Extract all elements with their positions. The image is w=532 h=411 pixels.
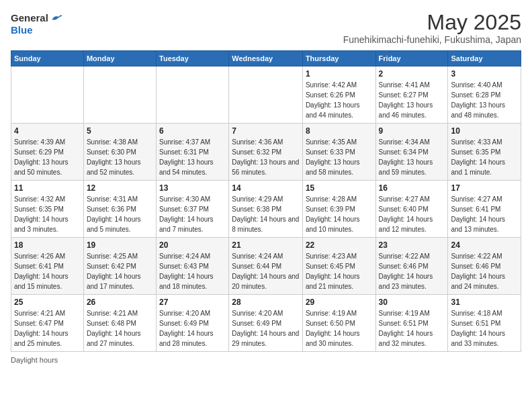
weekday-header-friday: Friday: [375, 51, 448, 66]
day-number: 25: [14, 298, 81, 307]
calendar-cell: 27Sunrise: 4:20 AM Sunset: 6:49 PM Dayli…: [157, 295, 229, 352]
logo-bird-icon: [50, 11, 63, 24]
calendar-week-row: 4Sunrise: 4:39 AM Sunset: 6:29 PM Daylig…: [11, 124, 521, 181]
day-number: 17: [451, 183, 518, 193]
day-info: Sunrise: 4:22 AM Sunset: 6:46 PM Dayligh…: [379, 251, 445, 291]
daylight-hours-label: Daylight hours: [11, 356, 58, 364]
calendar-cell: 10Sunrise: 4:33 AM Sunset: 6:35 PM Dayli…: [448, 124, 521, 181]
calendar-cell: 25Sunrise: 4:21 AM Sunset: 6:47 PM Dayli…: [11, 295, 84, 352]
day-info: Sunrise: 4:21 AM Sunset: 6:47 PM Dayligh…: [14, 308, 81, 349]
calendar-cell: 4Sunrise: 4:39 AM Sunset: 6:29 PM Daylig…: [11, 124, 84, 181]
day-number: 12: [87, 183, 153, 193]
calendar-cell: 29Sunrise: 4:19 AM Sunset: 6:50 PM Dayli…: [302, 295, 375, 352]
day-number: 29: [306, 298, 373, 307]
day-number: 10: [451, 126, 518, 136]
calendar-cell: 19Sunrise: 4:25 AM Sunset: 6:42 PM Dayli…: [83, 238, 156, 295]
weekday-header-monday: Monday: [83, 51, 156, 66]
day-info: Sunrise: 4:27 AM Sunset: 6:40 PM Dayligh…: [379, 194, 445, 234]
calendar-cell: 11Sunrise: 4:32 AM Sunset: 6:35 PM Dayli…: [11, 181, 84, 238]
day-number: 24: [451, 240, 518, 250]
day-info: Sunrise: 4:36 AM Sunset: 6:32 PM Dayligh…: [232, 137, 300, 177]
day-info: Sunrise: 4:21 AM Sunset: 6:48 PM Dayligh…: [87, 308, 153, 349]
main-title: May 2025: [343, 11, 521, 34]
day-number: 16: [379, 183, 445, 193]
calendar-week-row: 11Sunrise: 4:32 AM Sunset: 6:35 PM Dayli…: [11, 181, 521, 238]
day-info: Sunrise: 4:27 AM Sunset: 6:41 PM Dayligh…: [451, 194, 518, 234]
day-info: Sunrise: 4:31 AM Sunset: 6:36 PM Dayligh…: [87, 194, 153, 234]
day-number: 5: [87, 126, 153, 136]
day-info: Sunrise: 4:32 AM Sunset: 6:35 PM Dayligh…: [14, 194, 81, 234]
weekday-header-wednesday: Wednesday: [229, 51, 303, 66]
day-info: Sunrise: 4:24 AM Sunset: 6:43 PM Dayligh…: [159, 251, 226, 291]
day-number: 11: [14, 183, 81, 193]
calendar-table: SundayMondayTuesdayWednesdayThursdayFrid…: [11, 50, 521, 352]
weekday-header-thursday: Thursday: [302, 51, 375, 66]
day-number: 21: [232, 240, 300, 250]
footer-note: Daylight hours: [11, 356, 521, 364]
calendar-week-row: 1Sunrise: 4:42 AM Sunset: 6:26 PM Daylig…: [11, 66, 521, 124]
calendar-cell: [157, 66, 229, 124]
day-info: Sunrise: 4:33 AM Sunset: 6:35 PM Dayligh…: [451, 137, 518, 177]
calendar-cell: [11, 66, 84, 124]
day-info: Sunrise: 4:19 AM Sunset: 6:51 PM Dayligh…: [379, 308, 445, 349]
day-info: Sunrise: 4:37 AM Sunset: 6:31 PM Dayligh…: [159, 137, 226, 177]
calendar-cell: [229, 66, 303, 124]
day-info: Sunrise: 4:30 AM Sunset: 6:37 PM Dayligh…: [159, 194, 226, 234]
day-number: 8: [306, 126, 373, 136]
calendar-cell: 26Sunrise: 4:21 AM Sunset: 6:48 PM Dayli…: [83, 295, 156, 352]
day-number: 4: [14, 126, 81, 136]
day-info: Sunrise: 4:34 AM Sunset: 6:34 PM Dayligh…: [379, 137, 445, 177]
day-info: Sunrise: 4:39 AM Sunset: 6:29 PM Dayligh…: [14, 137, 81, 177]
calendar-cell: 12Sunrise: 4:31 AM Sunset: 6:36 PM Dayli…: [83, 181, 156, 238]
calendar-cell: 13Sunrise: 4:30 AM Sunset: 6:37 PM Dayli…: [157, 181, 229, 238]
day-number: 3: [451, 69, 518, 79]
calendar-cell: 14Sunrise: 4:29 AM Sunset: 6:38 PM Dayli…: [229, 181, 303, 238]
weekday-header-sunday: Sunday: [11, 51, 84, 66]
day-number: 27: [159, 298, 226, 307]
calendar-cell: 20Sunrise: 4:24 AM Sunset: 6:43 PM Dayli…: [157, 238, 229, 295]
day-number: 15: [306, 183, 373, 193]
day-number: 7: [232, 126, 300, 136]
weekday-header-tuesday: Tuesday: [157, 51, 229, 66]
title-block: May 2025 Funehikimachi-funehiki, Fukushi…: [343, 11, 521, 45]
day-number: 6: [159, 126, 226, 136]
day-number: 14: [232, 183, 300, 193]
calendar-cell: 8Sunrise: 4:35 AM Sunset: 6:33 PM Daylig…: [302, 124, 375, 181]
calendar-cell: 5Sunrise: 4:38 AM Sunset: 6:30 PM Daylig…: [83, 124, 156, 181]
calendar-cell: 15Sunrise: 4:28 AM Sunset: 6:39 PM Dayli…: [302, 181, 375, 238]
calendar-cell: 9Sunrise: 4:34 AM Sunset: 6:34 PM Daylig…: [375, 124, 448, 181]
day-info: Sunrise: 4:40 AM Sunset: 6:28 PM Dayligh…: [451, 80, 518, 120]
calendar-cell: 17Sunrise: 4:27 AM Sunset: 6:41 PM Dayli…: [448, 181, 521, 238]
day-number: 2: [379, 69, 445, 79]
day-number: 13: [159, 183, 226, 193]
calendar-cell: 31Sunrise: 4:18 AM Sunset: 6:51 PM Dayli…: [448, 295, 521, 352]
calendar-cell: 16Sunrise: 4:27 AM Sunset: 6:40 PM Dayli…: [375, 181, 448, 238]
calendar-cell: 30Sunrise: 4:19 AM Sunset: 6:51 PM Dayli…: [375, 295, 448, 352]
calendar-cell: 7Sunrise: 4:36 AM Sunset: 6:32 PM Daylig…: [229, 124, 303, 181]
calendar-cell: 1Sunrise: 4:42 AM Sunset: 6:26 PM Daylig…: [302, 66, 375, 124]
day-info: Sunrise: 4:25 AM Sunset: 6:42 PM Dayligh…: [87, 251, 153, 291]
calendar-cell: [83, 66, 156, 124]
day-info: Sunrise: 4:22 AM Sunset: 6:46 PM Dayligh…: [451, 251, 518, 291]
weekday-header-row: SundayMondayTuesdayWednesdayThursdayFrid…: [11, 51, 521, 66]
day-info: Sunrise: 4:20 AM Sunset: 6:49 PM Dayligh…: [159, 308, 226, 349]
subtitle: Funehikimachi-funehiki, Fukushima, Japan: [343, 34, 521, 45]
logo-blue-text: Blue: [11, 24, 63, 36]
calendar-cell: 23Sunrise: 4:22 AM Sunset: 6:46 PM Dayli…: [375, 238, 448, 295]
day-number: 20: [159, 240, 226, 250]
day-number: 1: [306, 69, 373, 79]
day-number: 22: [306, 240, 373, 250]
day-info: Sunrise: 4:24 AM Sunset: 6:44 PM Dayligh…: [232, 251, 300, 291]
day-info: Sunrise: 4:26 AM Sunset: 6:41 PM Dayligh…: [14, 251, 81, 291]
day-info: Sunrise: 4:38 AM Sunset: 6:30 PM Dayligh…: [87, 137, 153, 177]
calendar-week-row: 25Sunrise: 4:21 AM Sunset: 6:47 PM Dayli…: [11, 295, 521, 352]
calendar-cell: 28Sunrise: 4:20 AM Sunset: 6:49 PM Dayli…: [229, 295, 303, 352]
calendar-week-row: 18Sunrise: 4:26 AM Sunset: 6:41 PM Dayli…: [11, 238, 521, 295]
logo: General Blue: [11, 11, 63, 36]
day-number: 19: [87, 240, 153, 250]
logo-general-text: General: [11, 12, 48, 24]
day-info: Sunrise: 4:23 AM Sunset: 6:45 PM Dayligh…: [306, 251, 373, 291]
day-info: Sunrise: 4:29 AM Sunset: 6:38 PM Dayligh…: [232, 194, 300, 234]
calendar-cell: 3Sunrise: 4:40 AM Sunset: 6:28 PM Daylig…: [448, 66, 521, 124]
calendar-cell: 18Sunrise: 4:26 AM Sunset: 6:41 PM Dayli…: [11, 238, 84, 295]
